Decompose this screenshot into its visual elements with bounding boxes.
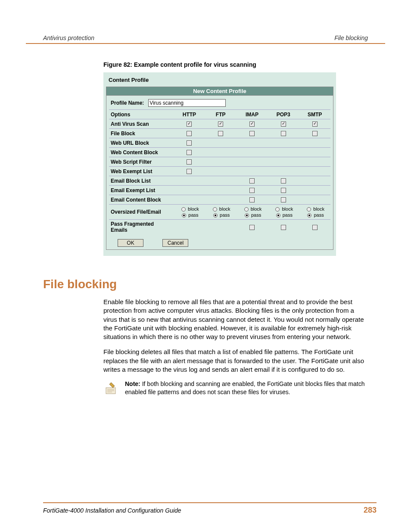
- checkbox[interactable]: [249, 197, 255, 202]
- svg-marker-4: [109, 383, 115, 388]
- note-block: Note: If both blocking and scanning are …: [103, 380, 368, 400]
- profile-name-input[interactable]: [148, 99, 226, 107]
- checkbox[interactable]: [249, 188, 255, 193]
- checkbox[interactable]: [187, 159, 192, 165]
- option-label: Pass Fragmented Emails: [109, 220, 174, 235]
- checkbox[interactable]: [187, 131, 192, 136]
- radio-block[interactable]: [275, 207, 280, 212]
- table-row: Oversized File/Email block pass block pa…: [109, 205, 330, 220]
- option-label: Email Block List: [109, 176, 174, 186]
- checkbox[interactable]: [218, 121, 223, 127]
- table-row: Pass Fragmented Emails: [109, 220, 330, 235]
- table-row: Email Block List: [109, 176, 330, 186]
- header-right: File blocking: [334, 34, 368, 41]
- column-header: Options: [109, 110, 174, 119]
- checkbox[interactable]: [281, 178, 286, 184]
- profile-name-label: Profile Name:: [111, 100, 144, 106]
- radio-pass[interactable]: [276, 213, 280, 218]
- page-number: 283: [364, 506, 377, 515]
- checkbox[interactable]: [312, 131, 318, 136]
- option-label: Oversized File/Email: [109, 205, 174, 220]
- option-label: File Block: [109, 129, 174, 138]
- options-table: OptionsHTTPFTPIMAPPOP3SMTP Anti Virus Sc…: [109, 109, 330, 234]
- checkbox[interactable]: [249, 178, 255, 184]
- new-content-profile-title: New Content Profile: [106, 87, 333, 96]
- radio-pass[interactable]: [213, 213, 218, 218]
- column-header: IMAP: [237, 110, 268, 119]
- checkbox[interactable]: [187, 169, 192, 174]
- ok-button[interactable]: OK: [118, 239, 143, 247]
- note-body: If both blocking and scanning are enable…: [125, 380, 364, 395]
- option-label: Web Script Filter: [109, 157, 174, 167]
- option-label: Web URL Block: [109, 138, 174, 148]
- checkbox[interactable]: [281, 188, 286, 193]
- checkbox[interactable]: [281, 131, 286, 136]
- checkbox[interactable]: [187, 140, 192, 146]
- footer-title: FortiGate-4000 Installation and Configur…: [43, 507, 181, 514]
- table-row: Web Script Filter: [109, 157, 330, 167]
- option-label: Web Content Block: [109, 148, 174, 157]
- column-header: POP3: [268, 110, 299, 119]
- table-row: Anti Virus Scan: [109, 119, 330, 129]
- paragraph-2: File blocking deletes all files that mat…: [103, 348, 368, 374]
- radio-block[interactable]: [307, 207, 311, 212]
- checkbox[interactable]: [249, 121, 255, 127]
- content-profile-tab[interactable]: Content Profile: [106, 75, 152, 87]
- table-row: Web URL Block: [109, 138, 330, 148]
- checkbox[interactable]: [249, 131, 255, 136]
- checkbox[interactable]: [281, 197, 286, 202]
- table-row: Web Content Block: [109, 148, 330, 157]
- checkbox[interactable]: [187, 150, 192, 155]
- checkbox[interactable]: [312, 225, 318, 230]
- header-left: Antivirus protection: [43, 34, 94, 41]
- section-heading: File blocking: [43, 277, 385, 291]
- note-label: Note:: [125, 380, 140, 387]
- table-row: Email Exempt List: [109, 186, 330, 195]
- column-header: SMTP: [299, 110, 330, 119]
- radio-cell: block pass: [237, 205, 268, 220]
- option-label: Anti Virus Scan: [109, 119, 174, 129]
- option-label: Email Exempt List: [109, 186, 174, 195]
- note-icon: [103, 380, 119, 400]
- radio-cell: block pass: [299, 205, 330, 220]
- checkbox[interactable]: [312, 121, 318, 127]
- checkbox[interactable]: [187, 121, 192, 127]
- radio-block[interactable]: [244, 207, 249, 212]
- radio-block[interactable]: [213, 207, 217, 212]
- table-row: Web Exempt List: [109, 167, 330, 176]
- table-row: File Block: [109, 129, 330, 138]
- checkbox[interactable]: [218, 131, 223, 136]
- content-profile-panel: Content Profile New Content Profile Prof…: [103, 72, 336, 256]
- column-header: FTP: [205, 110, 237, 119]
- page-header: Antivirus protection File blocking: [26, 34, 385, 44]
- radio-pass[interactable]: [245, 213, 249, 218]
- checkbox[interactable]: [249, 225, 255, 230]
- checkbox[interactable]: [281, 225, 286, 230]
- radio-cell: block pass: [268, 205, 299, 220]
- column-header: HTTP: [174, 110, 205, 119]
- option-label: Email Content Block: [109, 195, 174, 205]
- page-footer: FortiGate-4000 Installation and Configur…: [43, 502, 377, 515]
- note-text: Note: If both blocking and scanning are …: [125, 380, 368, 400]
- checkbox[interactable]: [281, 121, 286, 127]
- paragraph-1: Enable file blocking to remove all files…: [103, 298, 368, 341]
- radio-pass[interactable]: [307, 213, 311, 218]
- radio-block[interactable]: [181, 207, 186, 212]
- option-label: Web Exempt List: [109, 167, 174, 176]
- radio-cell: block pass: [174, 205, 205, 220]
- table-row: Email Content Block: [109, 195, 330, 205]
- cancel-button[interactable]: Cancel: [162, 239, 188, 247]
- radio-pass[interactable]: [182, 213, 186, 218]
- figure-caption: Figure 82: Example content profile for v…: [103, 61, 385, 68]
- radio-cell: block pass: [205, 205, 237, 220]
